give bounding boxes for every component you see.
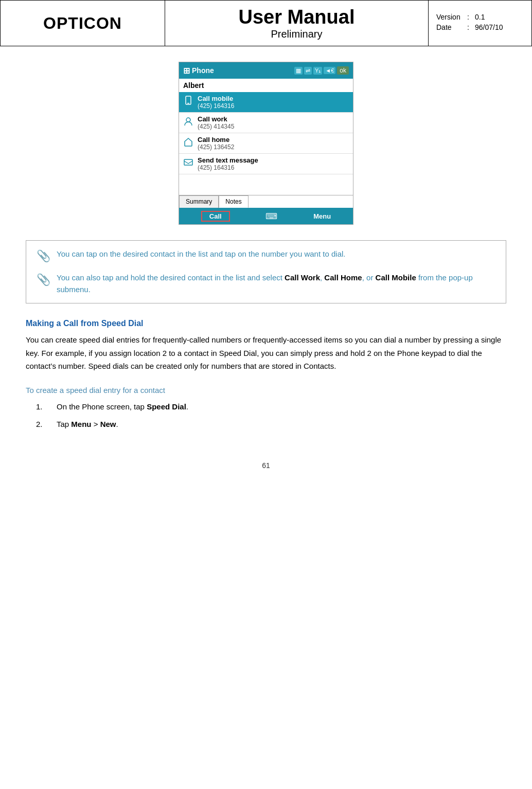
note-text-1: You can tap on the desired contact in th…	[57, 248, 346, 260]
document-meta: Version : 0.1 Date : 96/07/10	[429, 1, 531, 46]
phone-topbar-title: Phone	[192, 66, 214, 75]
phone-screenshot: ⊞ Phone ▦ ⇌ Y₁ ◄€ ok Albert Call mobile …	[179, 62, 353, 225]
contact-name: Albert	[179, 79, 353, 92]
title-sub: Preliminary	[271, 28, 322, 40]
svg-rect-1	[187, 103, 189, 104]
page-header: OPTICON User Manual Preliminary Version …	[0, 0, 532, 46]
version-label: Version	[436, 13, 465, 21]
instruction-text-2: Tap Menu > New.	[57, 418, 118, 431]
send-text-item[interactable]: Send text message (425) 164316	[179, 154, 353, 174]
subsection-title: To create a speed dial entry for a conta…	[26, 386, 506, 394]
title-main: User Manual	[239, 6, 355, 28]
home-phone-icon	[183, 137, 193, 147]
send-text-text: Send text message (425) 164316	[198, 156, 349, 171]
phone-topbar-icons: ▦ ⇌ Y₁ ◄€ ok	[294, 66, 349, 75]
ok-button[interactable]: ok	[337, 66, 349, 75]
call-mobile-text: Call mobile (425) 164316	[198, 95, 349, 110]
version-value: 0.1	[475, 13, 485, 21]
main-content: ⊞ Phone ▦ ⇌ Y₁ ◄€ ok Albert Call mobile …	[0, 46, 532, 485]
page-number: 61	[26, 461, 506, 470]
call-work-item[interactable]: Call work (425) 414345	[179, 113, 353, 133]
phone-bottombar: Call ⌨ Menu	[179, 208, 353, 224]
date-value: 96/07/10	[475, 23, 503, 31]
company-logo: OPTICON	[1, 1, 165, 46]
date-label: Date	[436, 23, 465, 31]
date-row: Date : 96/07/10	[436, 23, 524, 31]
instruction-num-1: 1.	[36, 401, 46, 413]
tab-notes[interactable]: Notes	[219, 195, 248, 208]
signal-icon: ▦	[294, 67, 303, 75]
svg-rect-3	[184, 159, 192, 165]
note-text-2: You can also tap and hold the desired co…	[57, 272, 495, 295]
keyboard-icon: ⌨	[265, 211, 277, 221]
message-icon	[183, 157, 193, 168]
windows-icon: ⊞	[183, 66, 190, 76]
call-button[interactable]: Call	[201, 211, 230, 222]
note-item-1: 📎 You can tap on the desired contact in …	[37, 248, 495, 263]
call-mobile-item[interactable]: Call mobile (425) 164316	[179, 92, 353, 113]
instruction-item-2: 2. Tap Menu > New.	[36, 418, 506, 431]
phone-topbar-left: ⊞ Phone	[183, 66, 214, 76]
note-box: 📎 You can tap on the desired contact in …	[26, 240, 506, 303]
svg-point-2	[186, 118, 190, 122]
work-phone-icon	[183, 116, 193, 127]
date-colon: :	[467, 23, 472, 31]
menu-button[interactable]: Menu	[313, 212, 331, 220]
section-body: You can create speed dial entries for fr…	[26, 333, 506, 373]
document-title: User Manual Preliminary	[165, 1, 429, 46]
call-home-item[interactable]: Call home (425) 136452	[179, 133, 353, 154]
version-colon: :	[467, 13, 472, 21]
note-icon-1: 📎	[37, 249, 50, 263]
instruction-text-1: On the Phone screen, tap Speed Dial.	[57, 401, 188, 413]
note-item-2: 📎 You can also tap and hold the desired …	[37, 272, 495, 295]
version-row: Version : 0.1	[436, 13, 524, 21]
instruction-list: 1. On the Phone screen, tap Speed Dial. …	[26, 401, 506, 431]
note-icon-2: 📎	[37, 273, 50, 286]
instruction-num-2: 2.	[36, 418, 46, 431]
mobile-icon	[183, 96, 193, 106]
call-work-text: Call work (425) 414345	[198, 115, 349, 130]
volume-icon: ◄€	[324, 67, 335, 74]
tab-summary[interactable]: Summary	[179, 195, 219, 208]
section-title: Making a Call from Speed Dial	[26, 319, 506, 328]
antenna-icon: Y₁	[313, 67, 322, 75]
phone-tabs: Summary Notes	[179, 195, 353, 208]
phone-topbar: ⊞ Phone ▦ ⇌ Y₁ ◄€ ok	[179, 62, 353, 79]
sync-icon: ⇌	[304, 67, 312, 75]
instruction-item-1: 1. On the Phone screen, tap Speed Dial.	[36, 401, 506, 413]
call-home-text: Call home (425) 136452	[198, 136, 349, 151]
